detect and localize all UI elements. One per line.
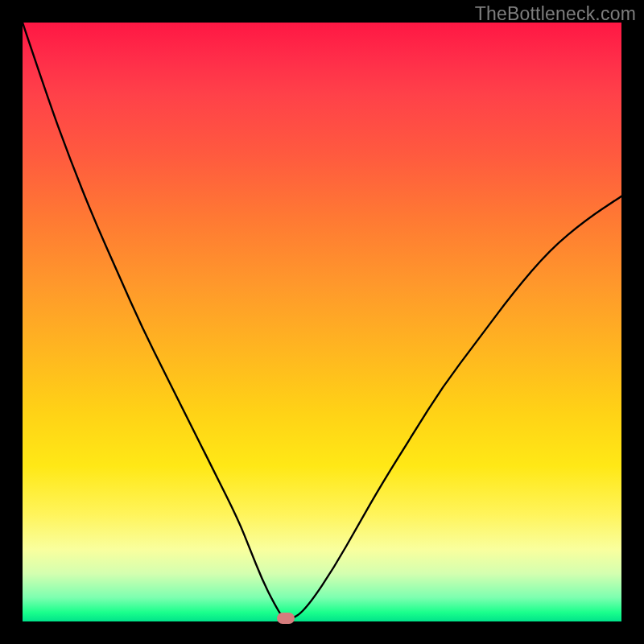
bottleneck-curve: [23, 23, 621, 621]
plot-area: [23, 23, 621, 621]
watermark-text: TheBottleneck.com: [475, 3, 636, 25]
optimal-marker: [277, 613, 295, 624]
chart-frame: TheBottleneck.com: [0, 0, 644, 644]
